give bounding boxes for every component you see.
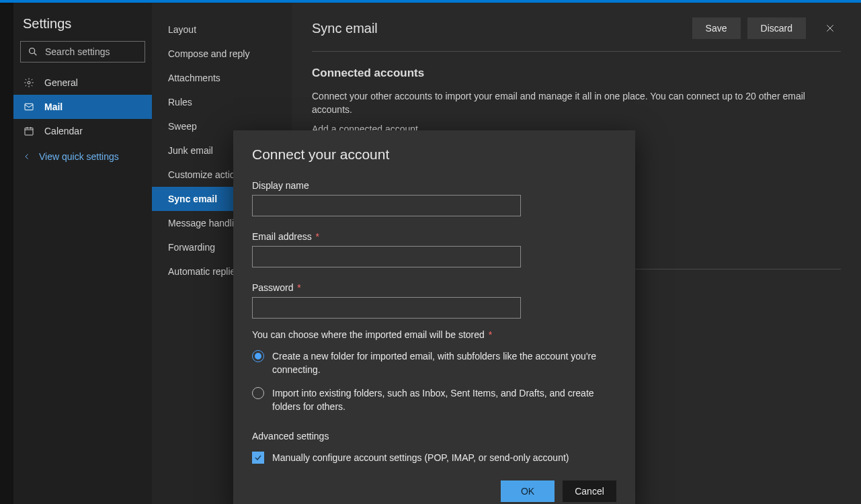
- nav-label: Calendar: [44, 126, 83, 136]
- main-header: Sync email Save Discard: [312, 17, 841, 52]
- left-gutter: [0, 5, 13, 504]
- discard-button[interactable]: Discard: [747, 17, 806, 39]
- search-icon: [28, 46, 38, 57]
- svg-point-0: [30, 48, 35, 54]
- required-marker: *: [486, 329, 492, 340]
- close-button[interactable]: [819, 17, 841, 39]
- subnav-attachments[interactable]: Attachments: [152, 66, 292, 90]
- email-input[interactable]: [252, 246, 521, 267]
- save-button[interactable]: Save: [692, 17, 741, 39]
- connected-accounts-desc: Connect your other accounts to import yo…: [312, 89, 809, 117]
- ok-button[interactable]: OK: [501, 480, 555, 502]
- password-label: Password *: [252, 282, 616, 293]
- gear-icon: [23, 77, 35, 88]
- settings-title: Settings: [13, 16, 152, 41]
- subnav-layout[interactable]: Layout: [152, 17, 292, 42]
- connect-account-dialog: Connect your account Display name Email …: [233, 130, 635, 504]
- radio-icon: [252, 387, 264, 399]
- nav-label: General: [44, 77, 78, 88]
- nav-calendar[interactable]: Calendar: [13, 119, 152, 143]
- subnav-compose[interactable]: Compose and reply: [152, 42, 292, 66]
- password-input[interactable]: [252, 297, 521, 319]
- dialog-title: Connect your account: [252, 146, 616, 163]
- settings-sidebar: Settings Search settings General Mail Ca…: [13, 3, 152, 504]
- page-title: Sync email: [312, 21, 686, 36]
- view-quick-settings-link[interactable]: View quick settings: [13, 143, 152, 170]
- search-input[interactable]: Search settings: [20, 41, 145, 62]
- quick-link-label: View quick settings: [39, 151, 119, 162]
- password-label-text: Password: [252, 282, 293, 293]
- mail-icon: [23, 101, 35, 112]
- nav-mail[interactable]: Mail: [13, 95, 152, 119]
- subnav-rules[interactable]: Rules: [152, 90, 292, 114]
- email-label: Email address *: [252, 231, 616, 242]
- required-marker: *: [313, 231, 319, 242]
- radio-icon: [252, 350, 264, 362]
- storage-hint: You can choose where the imported email …: [252, 329, 616, 340]
- check-icon: [254, 454, 262, 462]
- radio-label: Import into existing folders, such as In…: [272, 386, 616, 414]
- storage-option-existing-folders[interactable]: Import into existing folders, such as In…: [252, 386, 616, 414]
- close-icon: [825, 24, 835, 33]
- search-placeholder: Search settings: [45, 46, 110, 57]
- cancel-button[interactable]: Cancel: [563, 480, 616, 502]
- checkbox-label: Manually configure account settings (POP…: [272, 451, 569, 464]
- chevron-left-icon: [23, 153, 31, 161]
- manual-configure-checkbox[interactable]: Manually configure account settings (POP…: [252, 451, 616, 464]
- advanced-settings-title: Advanced settings: [252, 431, 616, 442]
- display-name-label: Display name: [252, 180, 616, 191]
- svg-rect-3: [25, 103, 33, 110]
- required-marker: *: [294, 282, 300, 293]
- email-label-text: Email address: [252, 231, 312, 242]
- radio-label: Create a new folder for imported email, …: [272, 349, 616, 377]
- storage-option-new-folder[interactable]: Create a new folder for imported email, …: [252, 349, 616, 377]
- svg-line-1: [34, 53, 37, 56]
- nav-label: Mail: [44, 101, 63, 112]
- dialog-buttons: OK Cancel: [252, 480, 616, 502]
- svg-rect-4: [25, 128, 33, 135]
- svg-point-2: [28, 81, 30, 84]
- calendar-icon: [23, 126, 35, 136]
- nav-general[interactable]: General: [13, 71, 152, 95]
- storage-hint-text: You can choose where the imported email …: [252, 329, 485, 340]
- connected-accounts-title: Connected accounts: [312, 67, 841, 80]
- display-name-input[interactable]: [252, 195, 521, 216]
- checkbox-icon: [252, 452, 264, 464]
